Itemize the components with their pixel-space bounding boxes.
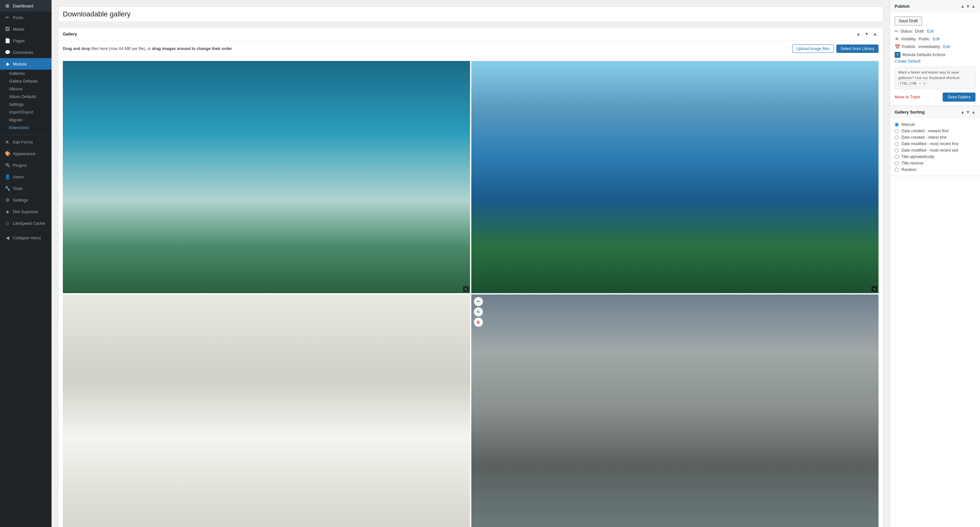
- status-value: Draft: [915, 29, 924, 34]
- sorting-radio-manual[interactable]: [895, 123, 899, 127]
- posts-icon: ✏: [5, 15, 10, 20]
- publish-section-header[interactable]: Publish ▲ ▼ ▲: [890, 0, 980, 13]
- gallery-upload-bar: Drag and drop files here (max 64 MB per …: [58, 41, 883, 57]
- sorting-option-date-oldest[interactable]: Date created - oldest first: [895, 135, 975, 140]
- gallery-sorting-title: Gallery Sorting: [895, 110, 924, 115]
- sidebar-item-modula[interactable]: ◆ Modula ◀: [0, 58, 51, 70]
- tools-icon: 🔧: [5, 186, 10, 191]
- sidebar-item-migrate[interactable]: Migrate: [0, 116, 51, 124]
- sidebar-item-album-defaults[interactable]: Album Defaults: [0, 93, 51, 101]
- resize-handle-coastal[interactable]: ⤡: [872, 286, 877, 292]
- visibility-value: Public: [918, 37, 929, 41]
- sorting-option-random[interactable]: Random: [895, 168, 975, 172]
- sorting-radio-title-reverse[interactable]: [895, 161, 899, 166]
- drag-drop-bold: Drag and drop: [63, 46, 90, 51]
- gallery-sorting-header[interactable]: Gallery Sorting ▲ ▼ ▲: [890, 106, 980, 118]
- sidebar-item-kali-forms[interactable]: K Kali Forms: [0, 136, 51, 148]
- gallery-image-bathroom[interactable]: ⤡: [63, 294, 470, 527]
- sorting-label-title-alpha: Title alphabetically: [901, 155, 934, 159]
- upload-image-files-button[interactable]: Upload image files: [792, 45, 834, 53]
- sidebar-item-collapse-menu[interactable]: ◀ Collapse menu: [0, 232, 51, 243]
- sorting-option-date-modified-recent[interactable]: Date modified - most recent first: [895, 142, 975, 146]
- gallery-image-coastal[interactable]: ⤡: [471, 61, 878, 293]
- post-title-input[interactable]: Downloadable gallery: [58, 6, 883, 22]
- rotate-image-btn[interactable]: ↻: [474, 307, 483, 316]
- sidebar-item-users[interactable]: 👤 Users: [0, 171, 51, 182]
- sorting-option-title-reverse[interactable]: Title reverse: [895, 161, 975, 166]
- gallery-image-street[interactable]: ✏ ↻ 🗑 ⤡: [471, 294, 878, 527]
- gallery-grid: ⤡ ⤡ ⤡ ✏: [58, 57, 883, 527]
- status-edit-link[interactable]: Edit: [927, 29, 934, 34]
- plugins-icon: 🔌: [5, 163, 10, 168]
- visibility-edit-link[interactable]: Edit: [933, 37, 940, 41]
- sidebar-item-albums[interactable]: Albums: [0, 85, 51, 93]
- sorting-radio-date-modified-recent[interactable]: [895, 142, 899, 146]
- resize-handle-ocean[interactable]: ⤡: [463, 286, 469, 292]
- sorting-radio-date-newest[interactable]: [895, 129, 899, 133]
- sidebar-item-divi-supreme[interactable]: ◈ Divi Supreme: [0, 206, 51, 217]
- status-pencil-icon: ✏: [895, 29, 899, 34]
- gallery-image-ocean[interactable]: ⤡: [63, 61, 470, 293]
- sorting-option-manual[interactable]: Manual: [895, 122, 975, 127]
- panel-action-row: Move to Trash Save Gallery: [895, 93, 975, 102]
- visibility-eye-icon: 👁: [895, 37, 899, 42]
- gallery-collapse-down-btn[interactable]: ▼: [863, 30, 870, 37]
- sidebar-item-litespeed-cache[interactable]: ◇ LiteSpeed Cache: [0, 217, 51, 229]
- gallery-block-header: Gallery ▲ ▼ ▲: [58, 27, 883, 41]
- sidebar-item-settings-bottom[interactable]: ⚙ Settings: [0, 194, 51, 206]
- publish-close-btn[interactable]: ▲: [971, 4, 975, 9]
- sidebar-item-extensions[interactable]: Extensions: [0, 124, 51, 132]
- publish-time-row: 📅 Publish immediately Edit: [895, 44, 975, 50]
- gallery-collapse-up-btn[interactable]: ▲: [855, 30, 862, 37]
- publish-collapse-up-btn[interactable]: ▲: [960, 4, 964, 9]
- publish-edit-link[interactable]: Edit: [943, 45, 950, 49]
- keyboard-hint: Want a faster and easier way to save gal…: [895, 67, 975, 89]
- sorting-radio-date-modified-last[interactable]: [895, 149, 899, 153]
- sorting-close-btn[interactable]: ▲: [971, 110, 975, 115]
- sorting-option-date-modified-last[interactable]: Date modified - most recent last: [895, 148, 975, 153]
- sorting-radio-title-alpha[interactable]: [895, 155, 899, 159]
- sidebar-item-plugins[interactable]: 🔌 Plugins: [0, 159, 51, 171]
- sidebar-item-dashboard[interactable]: ⊞ Dashboard: [0, 0, 51, 11]
- edit-image-btn[interactable]: ✏: [474, 297, 483, 306]
- visibility-label: Visibility:: [901, 37, 916, 41]
- sorting-label-random: Random: [901, 168, 916, 172]
- collapse-menu-icon: ◀: [5, 235, 10, 240]
- sidebar-item-import-export[interactable]: Import/Export: [0, 109, 51, 116]
- select-from-library-button[interactable]: Select from Library: [836, 45, 878, 53]
- gallery-sorting-section: Gallery Sorting ▲ ▼ ▲ Manual: [890, 106, 980, 176]
- sidebar-item-tools[interactable]: 🔧 Tools: [0, 182, 51, 194]
- gallery-close-btn[interactable]: ▲: [872, 30, 878, 37]
- sorting-label-date-modified-last: Date modified - most recent last: [901, 148, 958, 153]
- keyboard-shortcut: CTRL/CMD + S: [898, 81, 927, 86]
- sorting-option-date-newest[interactable]: Date created - newest first: [895, 129, 975, 133]
- sorting-collapse-down-btn[interactable]: ▼: [966, 110, 970, 115]
- sidebar-item-gallery-defaults[interactable]: Gallery Defaults: [0, 77, 51, 85]
- comments-icon: 💬: [5, 50, 10, 55]
- sidebar-item-comments[interactable]: 💬 Comments: [0, 46, 51, 58]
- sorting-collapse-up-btn[interactable]: ▲: [960, 110, 964, 115]
- sidebar-item-appearance[interactable]: 🎨 Appearance: [0, 148, 51, 159]
- modula-defaults-icon: ?: [895, 52, 900, 58]
- publish-label: Publish: [902, 45, 915, 49]
- save-draft-button[interactable]: Save Draft: [895, 16, 922, 26]
- save-gallery-button[interactable]: Save Gallery: [943, 93, 975, 102]
- sidebar-item-pages[interactable]: 📄 Pages: [0, 35, 51, 46]
- sidebar-item-media[interactable]: 🖼 Media: [0, 23, 51, 35]
- publish-title: Publish: [895, 4, 910, 9]
- sorting-options: Manual Date created - newest first Date …: [895, 122, 975, 172]
- dashboard-icon: ⊞: [5, 3, 10, 8]
- sidebar-item-posts[interactable]: ✏ Posts: [0, 11, 51, 23]
- create-default-link[interactable]: Create Default: [895, 59, 975, 64]
- move-to-trash-link[interactable]: Move to Trash: [895, 95, 920, 99]
- sorting-radio-date-oldest[interactable]: [895, 136, 899, 140]
- sidebar-item-settings[interactable]: Settings: [0, 101, 51, 109]
- publish-collapse-down-btn[interactable]: ▼: [966, 4, 970, 9]
- sorting-radio-random[interactable]: [895, 168, 899, 172]
- sidebar-item-galleries[interactable]: Galleries: [0, 70, 51, 77]
- sorting-option-title-alpha[interactable]: Title alphabetically: [895, 155, 975, 159]
- sidebar-divider-1: [0, 135, 51, 135]
- sorting-label-title-reverse: Title reverse: [901, 161, 923, 166]
- sorting-label-date-oldest: Date created - oldest first: [901, 135, 947, 140]
- delete-image-btn[interactable]: 🗑: [474, 318, 483, 327]
